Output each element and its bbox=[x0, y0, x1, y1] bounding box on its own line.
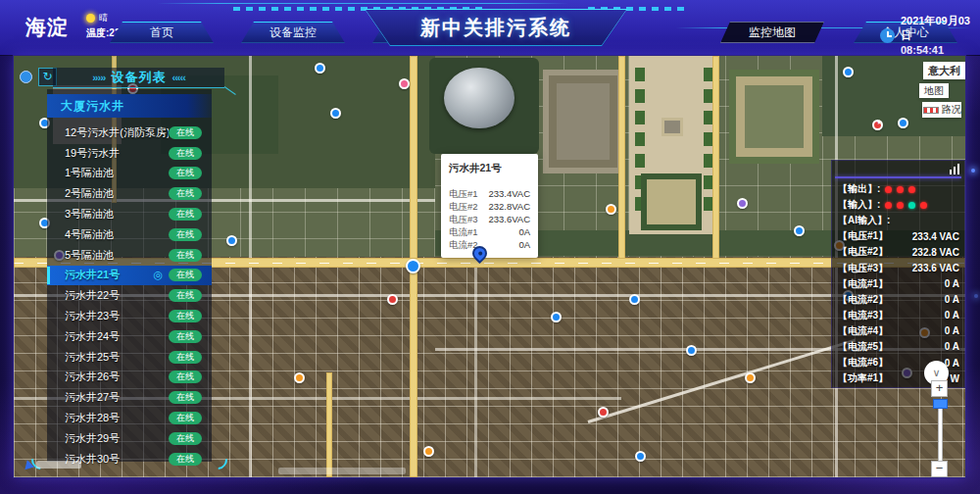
list-item[interactable]: 污水井29号在线 bbox=[47, 428, 212, 449]
telemetry-value: 233.4 VAC bbox=[912, 231, 959, 242]
device-list-title: 设备列表 bbox=[112, 69, 167, 86]
map-flower-beds bbox=[635, 64, 645, 211]
status-dot-red bbox=[885, 202, 892, 209]
list-item[interactable]: 5号隔油池在线 bbox=[47, 245, 212, 266]
map-metro-marker[interactable] bbox=[406, 259, 420, 273]
map-canvas[interactable]: ★ ↻ ››››› 设备列表 ‹‹‹‹‹ 大厦污水井 12号污水井(消防泵房)在… bbox=[14, 56, 965, 477]
map-poi-marker[interactable] bbox=[629, 294, 640, 305]
traffic-icon bbox=[923, 107, 939, 114]
layer-control-traffic[interactable]: 路况 bbox=[922, 102, 961, 118]
device-label: 3号隔油池 bbox=[65, 207, 169, 222]
map-poi-marker[interactable] bbox=[315, 63, 325, 74]
input-label: 【输入】: bbox=[838, 198, 880, 212]
header-tail-decoration bbox=[224, 86, 236, 95]
nav-button[interactable]: 设备监控 bbox=[241, 22, 345, 43]
map-poi-marker[interactable] bbox=[737, 198, 748, 209]
telemetry-panel: 【输出】: 【输入】: 【AI输入】: 【电压#1】233.4 VAC【电压#2… bbox=[831, 160, 965, 388]
device-label: 4号隔油池 bbox=[65, 227, 169, 242]
map-poi-marker[interactable] bbox=[551, 312, 562, 322]
date-label: 2021年09月03日 bbox=[901, 14, 980, 43]
map-poi-marker[interactable] bbox=[606, 204, 616, 215]
device-label: 12号污水井(消防泵房) bbox=[65, 125, 169, 140]
list-item[interactable]: 污水井27号在线 bbox=[47, 387, 212, 408]
bar-chart-icon[interactable] bbox=[950, 164, 960, 174]
map-poi-marker[interactable] bbox=[387, 294, 398, 305]
map-poi-marker[interactable] bbox=[745, 372, 756, 383]
map-monument bbox=[664, 121, 680, 133]
background-glow-dot bbox=[974, 294, 978, 298]
map-road bbox=[249, 56, 252, 477]
map-poi-marker[interactable] bbox=[294, 372, 305, 383]
device-label: 19号污水井 bbox=[65, 146, 169, 161]
telemetry-value: 0 A bbox=[945, 278, 959, 289]
map-poi-marker[interactable] bbox=[686, 345, 697, 356]
status-badge: 在线 bbox=[169, 432, 202, 445]
map-dome-building bbox=[444, 68, 514, 128]
map-poi-marker[interactable] bbox=[598, 407, 609, 418]
gear-icon: ◎ bbox=[153, 269, 163, 281]
list-item[interactable]: 3号隔油池在线 bbox=[47, 204, 212, 224]
layer-control-top[interactable]: 意大利 bbox=[923, 62, 965, 79]
telemetry-label: 【电流#5】 bbox=[838, 340, 945, 354]
list-item[interactable]: 2号隔油池在线 bbox=[47, 183, 212, 204]
zoom-slider-handle[interactable] bbox=[933, 399, 948, 409]
list-item[interactable]: 12号污水井(消防泵房)在线 bbox=[47, 123, 212, 143]
telemetry-row: 【电压#2】232.8 VAC bbox=[831, 244, 965, 260]
zoom-in-button[interactable]: + bbox=[931, 380, 948, 397]
output-dots bbox=[880, 186, 915, 193]
system-title-inner: 新中关排污系统 bbox=[366, 10, 626, 45]
list-item[interactable]: 污水井22号在线 bbox=[47, 285, 212, 306]
sun-icon bbox=[86, 14, 95, 23]
map-plaza bbox=[629, 56, 719, 234]
telemetry-row: 【电流#5】0 A bbox=[831, 339, 965, 355]
status-badge: 在线 bbox=[169, 391, 202, 404]
telemetry-row: 【电流#3】0 A bbox=[831, 308, 965, 323]
device-group-label: 大厦污水井 bbox=[61, 98, 124, 115]
telemetry-rows: 【电压#1】233.4 VAC【电压#2】232.8 VAC【电压#3】233.… bbox=[831, 228, 965, 386]
map-poi-marker[interactable] bbox=[226, 235, 237, 246]
popup-row-label: 电压#2 bbox=[449, 200, 478, 213]
telemetry-value: 0 A bbox=[945, 341, 959, 352]
status-badge: 在线 bbox=[169, 370, 202, 383]
telemetry-row: 【电流#4】0 A bbox=[831, 323, 965, 339]
telemetry-label: 【电流#4】 bbox=[838, 324, 945, 338]
ai-input-label: 【AI输入】: bbox=[838, 214, 959, 227]
popup-row-label: 电压#1 bbox=[449, 187, 478, 200]
list-item[interactable]: 4号隔油池在线 bbox=[47, 224, 212, 245]
list-item[interactable]: 1号隔油池在线 bbox=[47, 164, 212, 184]
arrows-right-icon: ››››› bbox=[92, 72, 105, 83]
status-badge: 在线 bbox=[169, 208, 202, 221]
device-group-header[interactable]: 大厦污水井 bbox=[47, 94, 212, 118]
output-label: 【输出】: bbox=[838, 182, 880, 196]
list-item[interactable]: 污水井21号◎在线 bbox=[47, 266, 212, 286]
map-poi-marker[interactable] bbox=[423, 446, 434, 457]
device-label: 5号隔油池 bbox=[65, 248, 169, 263]
device-list-panel: 大厦污水井 12号污水井(消防泵房)在线19号污水井在线1号隔油池在线2号隔油池… bbox=[47, 89, 212, 462]
map-poi-marker[interactable] bbox=[843, 67, 854, 77]
device-label: 污水井29号 bbox=[65, 431, 169, 446]
telemetry-label: 【电压#3】 bbox=[838, 262, 912, 275]
list-item[interactable]: 污水井24号在线 bbox=[47, 326, 212, 347]
list-item[interactable]: 污水井25号在线 bbox=[47, 347, 212, 368]
zoom-slider-track[interactable] bbox=[938, 401, 943, 462]
status-badge: 在线 bbox=[169, 167, 202, 179]
clock-icon bbox=[880, 28, 895, 43]
map-star-poi-marker[interactable]: ★ bbox=[872, 120, 883, 130]
map-locate-icon[interactable] bbox=[20, 71, 32, 83]
map-poi-marker[interactable] bbox=[399, 78, 410, 89]
map-yellow-road bbox=[712, 56, 719, 262]
device-label: 污水井22号 bbox=[65, 288, 169, 303]
map-poi-marker[interactable] bbox=[898, 118, 908, 128]
map-poi-marker[interactable] bbox=[330, 108, 341, 119]
header-decoration bbox=[157, 3, 568, 4]
list-item[interactable]: 污水井26号在线 bbox=[47, 368, 212, 388]
map-poi-marker[interactable] bbox=[635, 451, 646, 462]
map-poi-marker[interactable] bbox=[794, 225, 805, 236]
nav-button[interactable]: 首页 bbox=[110, 22, 214, 43]
nav-button[interactable]: 监控地图 bbox=[720, 22, 824, 43]
list-item[interactable]: 污水井28号在线 bbox=[47, 408, 212, 428]
layer-control-map[interactable]: 地图 bbox=[919, 83, 949, 98]
list-item[interactable]: 污水井23号在线 bbox=[47, 306, 212, 326]
list-item[interactable]: 19号污水井在线 bbox=[47, 143, 212, 164]
zoom-out-button[interactable]: − bbox=[931, 461, 948, 477]
